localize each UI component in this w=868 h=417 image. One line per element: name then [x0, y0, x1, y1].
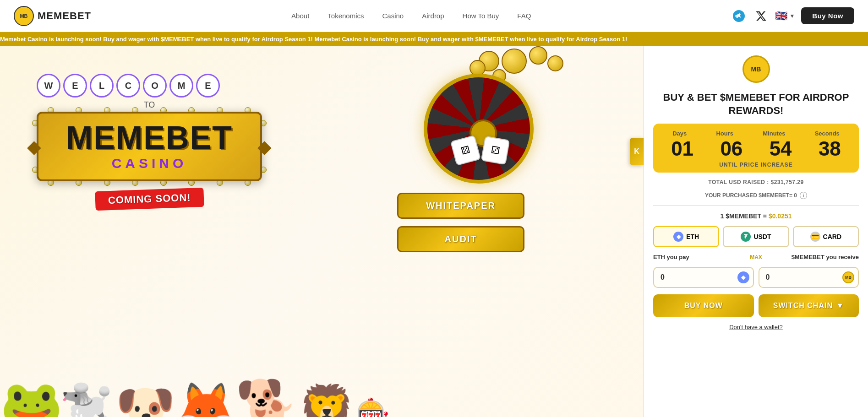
eth-tab-icon: ◆: [673, 232, 683, 242]
memebet-main-sign: MEMEBET CASINO: [37, 112, 262, 181]
memebet-title: MEMEBET: [66, 122, 233, 154]
side-tab[interactable]: K: [630, 138, 644, 165]
dice-decoration: ⚄ ⚂: [453, 138, 511, 163]
nav-about[interactable]: About: [291, 12, 309, 20]
card-tab-icon: 💳: [810, 232, 820, 242]
total-raised: TOTAL USD RAISED : $231,757.29: [653, 179, 859, 185]
logo[interactable]: MB MEMEBET: [14, 6, 91, 26]
divider: [653, 206, 859, 206]
payment-tabs: ◆ ETH ₮ USDT 💳 CARD: [653, 226, 859, 247]
welcome-sign: W E L C O M E TO: [37, 74, 262, 209]
ticker-text: Memebet Casino is launching soon! Buy an…: [0, 36, 627, 43]
memebet-receive-label: $MEMEBET you receive: [767, 254, 859, 260]
chevron-down-icon: ▼: [836, 302, 844, 310]
audit-button[interactable]: AUDIT: [397, 226, 524, 252]
memebet-input-icon: MB: [842, 271, 854, 283]
letter-w: W: [37, 74, 60, 97]
tab-usdt[interactable]: ₮ USDT: [723, 226, 789, 247]
memebet-sign-frame: MEMEBET CASINO: [37, 112, 262, 181]
language-selector[interactable]: 🇬🇧 ▼: [775, 10, 795, 22]
until-text: UNTIL PRICE INCREASE: [658, 162, 854, 168]
eth-tab-label: ETH: [686, 233, 699, 240]
panel-logo-circle: MB: [742, 55, 770, 83]
dog-character: 🐩: [58, 385, 115, 417]
nav-tokenomics[interactable]: Tokenomics: [328, 12, 364, 20]
wallet-link[interactable]: Don't have a wallet?: [653, 324, 859, 330]
eth-input-wrap: ◆: [653, 267, 754, 288]
info-icon[interactable]: i: [800, 192, 807, 199]
price-line: 1 $MEMEBET = $0.0251: [653, 212, 859, 220]
hero-left: ⚄ ⚂ W E L C O M E TO: [0, 46, 644, 417]
die-1: ⚄: [450, 135, 480, 166]
letter-e2: E: [196, 74, 220, 97]
eth-input-icon: ◆: [737, 271, 749, 283]
hero-buttons: WHITEPAPER AUDIT: [397, 193, 524, 252]
casino-text: CASINO: [66, 156, 233, 171]
purchased-label: YOUR PURCHASED $MEMEBET= 0: [705, 192, 797, 199]
letter-m: M: [169, 74, 193, 97]
price-label-static: 1 $MEMEBET =: [720, 212, 768, 220]
nav-links: About Tokenomics Casino Airdrop How To B…: [291, 12, 531, 20]
memebet-input-wrap: MB: [759, 267, 859, 288]
letter-l: L: [90, 74, 114, 97]
minutes-value: 54: [770, 139, 792, 159]
nav-casino[interactable]: Casino: [382, 12, 404, 20]
purchased-line: YOUR PURCHASED $MEMEBET= 0 i: [653, 192, 859, 199]
countdown-labels: Days Hours Minutes Seconds: [658, 130, 854, 137]
nav-how-to-buy[interactable]: How To Buy: [463, 12, 499, 20]
action-buttons: BUY NOW SWITCH CHAIN ▼: [653, 294, 859, 317]
inputs-row: ◆ MB: [653, 267, 859, 288]
right-panel: MB BUY & BET $MEMEBET FOR AIRDROP REWARD…: [644, 46, 868, 417]
whitepaper-button[interactable]: WHITEPAPER: [397, 193, 524, 219]
panel-logo: MB: [653, 55, 859, 83]
letter-c: C: [116, 74, 140, 97]
max-button[interactable]: MAX: [750, 254, 762, 260]
shiba-inu-character: 🐕: [235, 381, 298, 417]
switch-chain-label: SWITCH CHAIN: [773, 302, 833, 310]
card-tab-label: CARD: [823, 233, 841, 240]
cat-character: 🦁: [298, 385, 355, 417]
tab-eth[interactable]: ◆ ETH: [653, 226, 719, 247]
countdown-box: Days Hours Minutes Seconds 01 06 54 38 U…: [653, 124, 859, 173]
coming-soon-badge: COMING SOON!: [95, 188, 204, 211]
price-value: $0.0251: [769, 212, 792, 220]
inputs-header: ETH you pay MAX $MEMEBET you receive: [653, 254, 859, 260]
days-value: 01: [671, 139, 693, 159]
days-label: Days: [672, 130, 687, 137]
usdt-tab-icon: ₮: [741, 232, 751, 242]
switch-chain-button[interactable]: SWITCH CHAIN ▼: [759, 294, 859, 317]
navbar-right: 🇬🇧 ▼ Buy Now: [731, 7, 854, 24]
tab-card[interactable]: 💳 CARD: [793, 226, 859, 247]
pepe-character: 🐸: [0, 381, 63, 417]
logo-icon: MB: [14, 6, 34, 26]
welcome-letters: W E L C O M E: [37, 74, 262, 97]
shiba-character: 🦊: [175, 383, 235, 417]
usdt-tab-label: USDT: [753, 233, 771, 240]
letter-e: E: [63, 74, 87, 97]
minutes-label: Minutes: [763, 130, 785, 137]
telegram-icon[interactable]: [731, 8, 747, 24]
nav-faq[interactable]: FAQ: [517, 12, 531, 20]
hours-label: Hours: [716, 130, 733, 137]
buy-now-button[interactable]: BUY NOW: [653, 294, 754, 317]
chips-decoration: 🎰: [355, 399, 390, 417]
eth-pay-label: ETH you pay: [653, 254, 745, 260]
characters-row: 🐸 🐩 🐶 🦊 🐕 🦁 🎰: [0, 303, 460, 417]
die-2: ⚂: [481, 136, 510, 165]
hours-value: 06: [720, 139, 742, 159]
logo-text: MEMEBET: [38, 10, 91, 22]
seconds-value: 38: [819, 139, 841, 159]
ticker-bar: Memebet Casino is launching soon! Buy an…: [0, 32, 868, 46]
roulette-wheel: [424, 74, 543, 193]
navbar: MB MEMEBET About Tokenomics Casino Airdr…: [0, 0, 868, 32]
seconds-label: Seconds: [815, 130, 840, 137]
nav-airdrop[interactable]: Airdrop: [422, 12, 444, 20]
main-content: ⚄ ⚂ W E L C O M E TO: [0, 46, 868, 417]
countdown-numbers: 01 06 54 38: [658, 139, 854, 159]
panel-title: BUY & BET $MEMEBET FOR AIRDROP REWARDS!: [653, 91, 859, 117]
doge-hat-character: 🐶: [115, 383, 175, 417]
buy-now-nav-button[interactable]: Buy Now: [801, 7, 854, 24]
letter-o: O: [143, 74, 167, 97]
panel-logo-text: MB: [751, 65, 761, 73]
x-twitter-icon[interactable]: [753, 8, 769, 24]
